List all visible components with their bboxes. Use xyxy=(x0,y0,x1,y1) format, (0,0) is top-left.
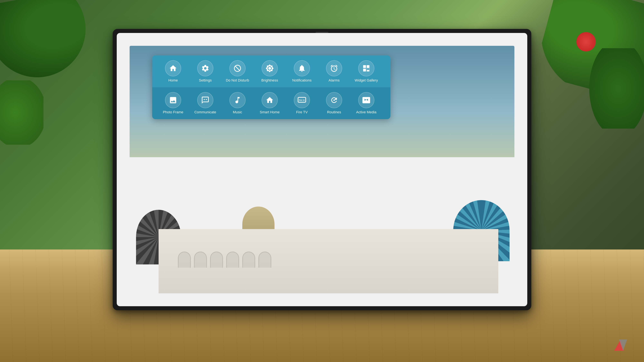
svg-text:fire tv: fire tv xyxy=(299,99,305,101)
do-not-disturb-icon-circle xyxy=(230,60,246,76)
alarms-icon-circle xyxy=(326,60,342,76)
home-icon-circle xyxy=(165,60,181,76)
brightness-icon-circle xyxy=(262,60,278,76)
svg-point-4 xyxy=(269,100,270,101)
menu-item-routines[interactable]: Routines xyxy=(320,92,348,114)
arch-5 xyxy=(242,252,255,268)
menu-item-photo-frame[interactable]: Photo Frame xyxy=(158,92,188,114)
red-flower xyxy=(576,32,596,51)
routines-label: Routines xyxy=(327,110,341,114)
foliage-left-mid xyxy=(0,80,44,145)
fire-tv-icon-circle: fire tv xyxy=(294,92,310,108)
notifications-icon xyxy=(298,64,306,72)
menu-item-widget-gallery[interactable]: Widget Gallery xyxy=(352,60,381,82)
do-not-disturb-icon xyxy=(233,64,242,72)
arch-2 xyxy=(194,252,207,268)
menu-item-do-not-disturb[interactable]: Do Not Disturb xyxy=(223,60,252,82)
widget-gallery-icon xyxy=(362,64,370,72)
menu-item-music[interactable]: Music xyxy=(223,92,252,114)
watermark xyxy=(612,338,631,352)
notifications-icon-circle xyxy=(294,60,310,76)
menu-item-smart-home[interactable]: Smart Home xyxy=(255,92,284,114)
settings-icon-circle xyxy=(197,60,213,76)
arch-3 xyxy=(210,252,223,268)
menu-overlay: Home Settings xyxy=(152,55,390,119)
menu-row-top: Home Settings xyxy=(152,55,390,87)
menu-item-home[interactable]: Home xyxy=(158,60,188,82)
routines-icon xyxy=(330,96,338,104)
smart-home-icon-circle xyxy=(262,92,278,108)
svg-point-2 xyxy=(204,99,205,100)
notifications-label: Notifications xyxy=(292,78,312,82)
device-outer-frame: Home Settings xyxy=(113,29,531,310)
arch-6 xyxy=(258,252,271,268)
fire-tv-label: Fire TV xyxy=(296,110,308,114)
photo-frame-icon xyxy=(169,96,177,104)
communicate-label: Communicate xyxy=(194,110,216,114)
svg-point-7 xyxy=(334,100,335,101)
menu-row-bottom: Photo Frame Communicate xyxy=(152,87,390,119)
fire-tv-icon: fire tv xyxy=(298,96,306,104)
settings-icon xyxy=(201,64,210,72)
brightness-icon xyxy=(266,64,274,72)
home-icon xyxy=(169,64,177,72)
arch-1 xyxy=(178,252,191,268)
menu-item-brightness[interactable]: Brightness xyxy=(255,60,284,82)
alarms-icon xyxy=(330,64,338,72)
device-screen: Home Settings xyxy=(130,46,514,293)
menu-item-communicate[interactable]: Communicate xyxy=(191,92,220,114)
watermark-logo xyxy=(612,338,631,352)
arch-4 xyxy=(226,252,239,268)
menu-item-settings[interactable]: Settings xyxy=(191,60,220,82)
active-media-icon-circle xyxy=(358,92,374,108)
alarms-label: Alarms xyxy=(328,78,340,82)
smart-home-icon xyxy=(266,96,274,104)
menu-item-fire-tv[interactable]: fire tv Fire TV xyxy=(288,92,316,114)
smart-home-label: Smart Home xyxy=(260,110,280,114)
music-label: Music xyxy=(233,110,242,114)
brightness-label: Brightness xyxy=(261,78,278,82)
menu-item-alarms[interactable]: Alarms xyxy=(320,60,348,82)
routines-icon-circle xyxy=(326,92,342,108)
arch-row xyxy=(178,252,271,268)
photo-frame-icon-circle xyxy=(165,92,181,108)
home-label: Home xyxy=(168,78,178,82)
widget-gallery-label: Widget Gallery xyxy=(355,78,378,82)
menu-item-active-media[interactable]: Active Media xyxy=(352,92,381,114)
foliage-right-mid xyxy=(586,48,644,129)
active-media-icon xyxy=(362,96,370,104)
device-white-mat: Home Settings xyxy=(117,33,527,306)
communicate-icon xyxy=(201,96,210,104)
widget-gallery-icon-circle xyxy=(358,60,374,76)
music-icon-circle xyxy=(230,92,246,108)
settings-label: Settings xyxy=(199,78,212,82)
active-media-label: Active Media xyxy=(356,110,376,114)
do-not-disturb-label: Do Not Disturb xyxy=(226,78,249,82)
communicate-icon-circle xyxy=(197,92,213,108)
svg-point-3 xyxy=(206,99,207,100)
music-icon xyxy=(233,96,242,104)
photo-frame-label: Photo Frame xyxy=(163,110,183,114)
device-frame: Home Settings xyxy=(113,29,531,310)
menu-item-notifications[interactable]: Notifications xyxy=(288,60,316,82)
